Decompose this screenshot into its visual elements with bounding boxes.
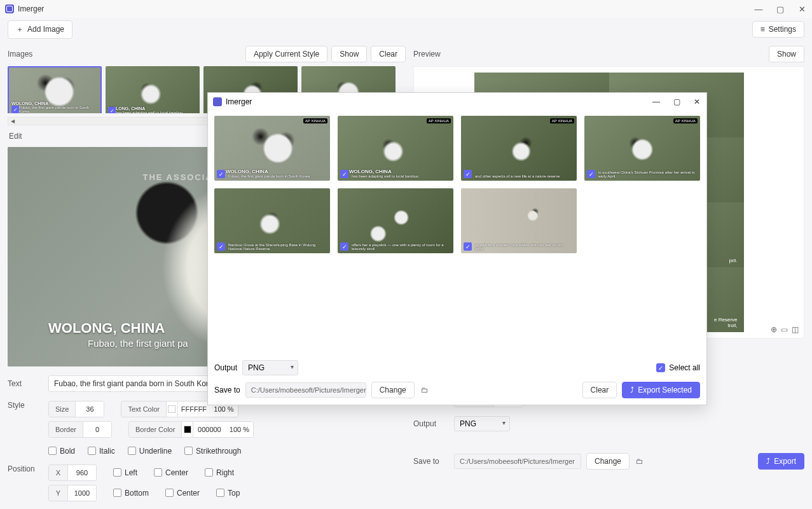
images-panel-header: Images Apply Current Style Show Clear (8, 46, 406, 62)
check-icon: ✓ (587, 170, 595, 178)
add-image-label: Add Image (27, 25, 64, 34)
modal-minimize-button[interactable]: — (652, 97, 661, 106)
preview-saveto-row: Save to C:/Users/mobeesoft/Pictures/Imer… (413, 453, 804, 470)
check-icon: ✓ (340, 170, 348, 178)
check-icon: ✓ (464, 242, 472, 251)
border-field[interactable]: Border 0 (48, 421, 112, 438)
fit-icon[interactable]: ▭ (781, 325, 788, 334)
modal-thumb[interactable]: AP XINHUA ✓ WOLONG, CHINA Fubao, the fir… (214, 116, 330, 181)
modal-titlebar: Imerger — ▢ ✕ (208, 93, 706, 111)
check-icon: ✓ (108, 107, 116, 113)
settings-button[interactable]: ≡ Settings (752, 21, 804, 38)
font-style-checks: Bold Italic Underline Strikethrough (48, 447, 254, 456)
border-color-field[interactable]: Border Color 000000 100 % (128, 421, 254, 438)
show-images-button[interactable]: Show (331, 46, 367, 62)
preview-saveto-label: Save to (413, 457, 449, 466)
export-modal: Imerger — ▢ ✕ AP XINHUA ✓ WOLONG, CHINA … (207, 92, 707, 405)
modal-clear-button[interactable]: Clear (582, 382, 617, 398)
thumb-caption-sub: has been adapting well to local bamboo (116, 111, 197, 113)
thumb-caption-sub: Fubao, the first giant panda born in Sou… (19, 106, 98, 113)
select-all-checkbox[interactable]: ✓ (656, 363, 665, 372)
modal-thumb[interactable]: AP XINHUA ✓ in southwest China's Sichuan… (584, 116, 700, 181)
settings-label: Settings (769, 25, 796, 34)
text-color-swatch (167, 401, 178, 417)
preview-panel-title: Preview (413, 50, 441, 59)
thumb-badge: AP XINHUA (673, 118, 698, 123)
folder-icon[interactable]: 🗀 (635, 456, 645, 466)
align-bottom-checkbox[interactable]: Bottom (113, 489, 149, 498)
apply-style-button[interactable]: Apply Current Style (245, 46, 327, 62)
y-field[interactable]: Y 1000 (48, 485, 97, 501)
modal-body: AP XINHUA ✓ WOLONG, CHINA Fubao, the fir… (208, 111, 706, 354)
thumb-caption-bold: WOLONG, CHINA (11, 101, 98, 106)
images-panel-title: Images (8, 50, 32, 59)
modal-thumb[interactable]: ✓ as well as a shaded nook where she can… (461, 188, 577, 253)
close-button[interactable]: ✕ (797, 4, 807, 14)
minimize-button[interactable]: — (754, 4, 764, 14)
output-format-select[interactable]: PNG (454, 416, 510, 431)
export-icon: ⤴ (766, 457, 770, 466)
preview-output-label: Output (413, 419, 449, 428)
align-center-x-checkbox[interactable]: Center (154, 468, 188, 477)
modal-thumb[interactable]: ✓ offers her a playslick — one with a pl… (338, 188, 453, 253)
preview-output-row: Output PNG (413, 416, 804, 431)
check-icon: ✓ (340, 242, 348, 251)
style-label: Style (8, 401, 43, 410)
modal-title: Imerger (226, 97, 252, 106)
main-titlebar: Imerger — ▢ ✕ (0, 0, 812, 18)
check-icon: ✓ (11, 106, 19, 113)
plus-icon: ＋ (16, 24, 24, 35)
modal-output-label: Output (214, 363, 237, 372)
change-path-button[interactable]: Change (586, 453, 630, 470)
modal-close-button[interactable]: ✕ (692, 97, 701, 106)
align-top-checkbox[interactable]: Top (216, 489, 240, 498)
thumb-badge: AP XINHUA (550, 118, 574, 123)
modal-saveto-label: Save to (214, 386, 240, 394)
align-right-checkbox[interactable]: Right (205, 468, 234, 477)
bold-checkbox[interactable]: Bold (48, 447, 75, 456)
modal-thumb[interactable]: ✓ Bamboo Grove at the Shenshuping Base i… (214, 188, 330, 253)
thumbnail-item[interactable]: ✓ WOLONG, CHINA has been adapting well t… (106, 66, 200, 113)
modal-change-button[interactable]: Change (371, 382, 415, 398)
modal-logo-icon (213, 97, 222, 106)
export-icon: ⤴ (630, 386, 634, 394)
italic-checkbox[interactable]: Italic (88, 447, 115, 456)
thumb-badge: AP XINHUA (303, 118, 327, 123)
check-icon: ✓ (217, 242, 225, 251)
scroll-left-icon[interactable]: ◀ (10, 118, 16, 125)
settings-icon: ≡ (760, 25, 765, 34)
modal-thumb[interactable]: AP XINHUA ✓ and other aspects of a new l… (461, 116, 577, 181)
thumb-badge: AP XINHUA (427, 118, 451, 123)
check-icon: ✓ (464, 170, 472, 178)
preview-tools: ⊕ ▭ ◫ (771, 325, 799, 334)
modal-thumb[interactable]: AP XINHUA ✓ WOLONG, CHINA has been adapt… (338, 116, 453, 181)
align-center-y-checkbox[interactable]: Center (165, 489, 200, 498)
position-row: Position X 960 Left Center Right Y 1000 (8, 464, 406, 501)
crop-icon[interactable]: ◫ (792, 325, 799, 334)
check-icon: ✓ (217, 170, 225, 178)
select-all-label: Select all (669, 363, 700, 372)
export-selected-button[interactable]: ⤴ Export Selected (622, 382, 700, 398)
clear-images-button[interactable]: Clear (371, 46, 406, 62)
thumbnail-item[interactable]: ✓ WOLONG, CHINA Fubao, the first giant p… (8, 66, 102, 113)
position-label: Position (8, 464, 43, 473)
export-button[interactable]: ⤴ Export (758, 453, 804, 470)
style-row: Style Size 36 Text Color FFFFFF 100 % (8, 401, 406, 456)
modal-thumbnails: AP XINHUA ✓ WOLONG, CHINA Fubao, the fir… (214, 116, 700, 253)
thumb-caption-bold: WOLONG, CHINA (108, 106, 197, 111)
folder-icon[interactable]: 🗀 (420, 385, 430, 395)
strikethrough-checkbox[interactable]: Strikethrough (184, 447, 241, 456)
x-field[interactable]: X 960 (48, 464, 97, 481)
save-path-display: C:/Users/mobeesoft/Pictures/Imerger (454, 454, 581, 469)
text-label: Text (8, 379, 43, 388)
modal-footer: Output PNG ✓ Select all Save to C:/Users… (208, 354, 706, 405)
underline-checkbox[interactable]: Underline (128, 447, 172, 456)
maximize-button[interactable]: ▢ (775, 4, 785, 14)
modal-maximize-button[interactable]: ▢ (672, 97, 681, 106)
add-image-button[interactable]: ＋ Add Image (8, 20, 72, 39)
modal-output-select[interactable]: PNG (242, 360, 298, 375)
size-field[interactable]: Size 36 (48, 401, 104, 417)
zoom-icon[interactable]: ⊕ (771, 325, 777, 334)
align-left-checkbox[interactable]: Left (113, 468, 137, 477)
show-preview-button[interactable]: Show (769, 46, 804, 62)
